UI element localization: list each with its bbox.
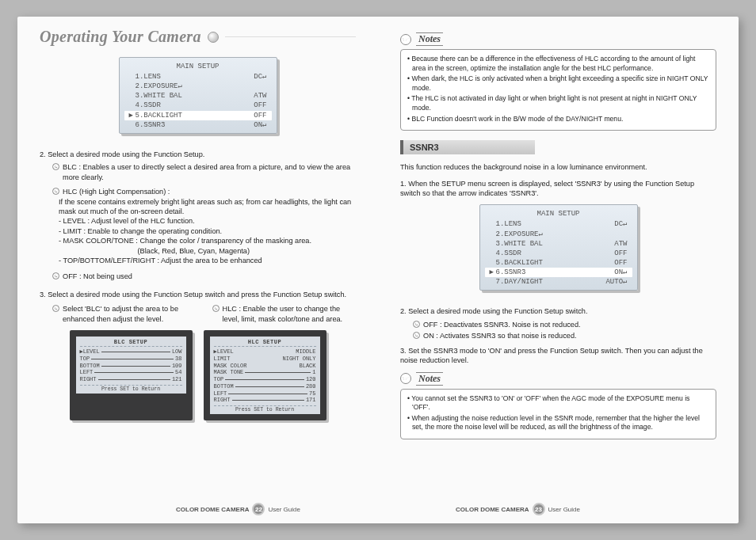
- ssnr-intro: This function reduces the background noi…: [400, 162, 716, 172]
- footer-product: COLOR DOME CAMERA: [176, 506, 249, 513]
- step-3: 3. Select a desired mode using the Funct…: [40, 290, 356, 299]
- title-ornament-icon: [208, 32, 219, 43]
- page-number: 23: [533, 503, 545, 515]
- mini-screens: BLC SETUP ▶LEVELLOW TOP38 BOTTOM109 LEFT…: [40, 330, 356, 420]
- osd-row: 3.WHITE BALATW: [128, 91, 269, 101]
- osd-main-setup-right: MAIN SETUP 1.LENSDC↵ 2.EXPOSURE↵ 3.WHITE…: [479, 204, 638, 291]
- right-page: ☞ Notes Because there can be a differenc…: [378, 17, 739, 523]
- osd-row: 2.EXPOSURE↵: [488, 230, 629, 239]
- ssnr-step3: 3. Set the SSNR3 mode to 'ON' and press …: [400, 346, 716, 366]
- mode-descriptions: ⤷Select 'BLC' to adjust the area to be e…: [52, 304, 356, 324]
- note-item: Because there can be a difference in the…: [412, 55, 709, 73]
- hlc-setup-screen: HLC SETUP ▶LEVELMIDDLE LIMITNIGHT ONLY M…: [204, 330, 326, 420]
- notes-heading: ☞ Notes: [400, 32, 716, 46]
- footer-right: COLOR DOME CAMERA 23 User Guide: [456, 503, 580, 515]
- notes-heading: ☞ Notes: [400, 372, 716, 386]
- title-rule: [225, 36, 356, 37]
- footer-product: COLOR DOME CAMERA: [456, 506, 529, 513]
- osd-row: 4.SSDROFF: [488, 249, 629, 258]
- footer-left: COLOR DOME CAMERA 22 User Guide: [176, 503, 300, 515]
- bullet-icon: ⤷: [212, 305, 220, 312]
- bullet-icon: ⤷: [52, 188, 59, 195]
- hlc-sub: - LEVEL : Adjust level of the HLC functi…: [59, 216, 356, 226]
- osd-row: 3.WHITE BALATW: [488, 239, 629, 249]
- notes-label: Notes: [416, 32, 443, 46]
- note-item: BLC Function doesn't work in the B/W mod…: [412, 115, 709, 124]
- ssnr-step1: 1. When the SETUP menu screen is display…: [400, 179, 716, 199]
- hand-icon: ☞: [400, 373, 411, 384]
- page-number: 22: [252, 503, 265, 515]
- ssnr-step2: 2. Select a desired mode using the Funct…: [400, 306, 716, 316]
- bullet-icon: ⤷: [52, 272, 59, 280]
- note-item: When adjusting the noise reduction level…: [412, 414, 709, 432]
- step-2: 2. Select a desired mode using the Funct…: [40, 150, 356, 159]
- osd-title: MAIN SETUP: [128, 63, 269, 70]
- osd-row: 4.SSDROFF: [128, 101, 269, 110]
- page-title: Operating Your Camera: [40, 28, 201, 46]
- osd-row: 5.BACKLIGHTOFF: [488, 258, 629, 268]
- title-row: Operating Your Camera: [40, 28, 356, 46]
- left-page: Operating Your Camera MAIN SETUP 1.LENSD…: [17, 17, 378, 523]
- footer-guide: User Guide: [268, 506, 300, 513]
- bullet-icon: ⤷: [413, 332, 420, 339]
- note-item: The HLC is not activated in day light or…: [412, 94, 709, 112]
- hlc-sub: - MASK COLOR/TONE : Change the color / t…: [59, 236, 356, 245]
- osd-row: 7.DAY/NIGHTAUTO↵: [488, 277, 629, 287]
- hlc-sub: - TOP/BOTTOM/LEFT/RIGHT : Adjust the are…: [59, 256, 356, 265]
- hlc-sub: (Black, Red, Blue, Cyan, Magenta): [59, 246, 356, 256]
- footer-guide: User Guide: [548, 506, 580, 513]
- hlc-sub: - LIMIT : Enable to change the operating…: [59, 226, 356, 236]
- blc-item: ⤷BLC : Enables a user to directly select…: [52, 161, 356, 182]
- osd-row: 1.LENSDC↵: [488, 219, 629, 229]
- osd-row: 1.LENSDC↵: [128, 72, 269, 82]
- notes-box-2: You cannot set the SSNR3 to 'ON' or 'OFF…: [400, 389, 716, 439]
- bullet-icon: ⤷: [52, 305, 59, 312]
- note-item: You cannot set the SSNR3 to 'ON' or 'OFF…: [412, 394, 709, 413]
- hlc-item: ⤷HLC (High Light Compensation) :: [52, 185, 356, 196]
- ssnr-off-item: ⤷OFF : Deactivates SSNR3. Noise is not r…: [413, 318, 716, 341]
- hand-icon: ☞: [400, 34, 411, 45]
- off-item: ⤷OFF : Not being used: [52, 270, 356, 281]
- osd-row: 2.EXPOSURE↵: [128, 82, 269, 91]
- bullet-icon: ⤷: [413, 321, 420, 328]
- manual-spread: Operating Your Camera MAIN SETUP 1.LENSD…: [17, 17, 739, 523]
- osd-title: MAIN SETUP: [488, 210, 629, 218]
- note-item: When dark, the HLC is only activated whe…: [412, 74, 709, 93]
- section-ssnr3: SSNR3: [400, 140, 535, 154]
- notes-label: Notes: [416, 372, 443, 386]
- blc-setup-screen: BLC SETUP ▶LEVELLOW TOP38 BOTTOM109 LEFT…: [70, 330, 193, 420]
- hlc-desc: If the scene contains extremely bright l…: [59, 197, 356, 217]
- osd-main-setup-left: MAIN SETUP 1.LENSDC↵ 2.EXPOSURE↵ 3.WHITE…: [119, 57, 277, 134]
- osd-row-selected: ▶5.BACKLIGHTOFF: [124, 111, 272, 120]
- notes-box-1: Because there can be a difference in the…: [400, 49, 716, 131]
- bullet-icon: ⤷: [52, 163, 59, 170]
- osd-row-selected: ▶6.SSNR3ON↵: [485, 268, 632, 277]
- osd-row: 6.SSNR3ON↵: [128, 120, 269, 130]
